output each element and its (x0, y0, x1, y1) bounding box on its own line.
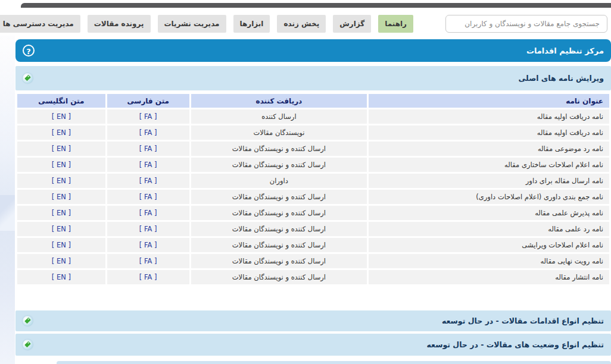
column-header-col-fa: متن فارسی (107, 94, 189, 108)
en-text-link[interactable]: [ EN ] (52, 128, 71, 137)
fa-text-link[interactable]: [ FA ] (139, 209, 157, 217)
fa-text-link[interactable]: [ FA ] (139, 177, 157, 185)
letter-title: نامه دریافت اولیه مقاله (369, 125, 609, 140)
letter-title: نامه رد موضوعی مقاله (369, 142, 609, 156)
nav-button-report[interactable]: گزارش (333, 15, 371, 33)
section-title: تنظیم انواع اقدامات مقالات - در حال توسع… (442, 316, 604, 325)
letter-title: نامه ارسال مقاله برای داور (369, 174, 609, 188)
letter-title: نامه پذیرش علمی مقاله (369, 206, 609, 220)
letter-title: نامه اعلام اصلاحات ویرایشی (369, 238, 609, 252)
table-row: نامه پذیرش علمی مقالهارسال کننده و نویسن… (17, 206, 609, 220)
fa-text-link[interactable]: [ FA ] (139, 112, 157, 121)
next-section-edge (57, 361, 611, 364)
letters-table-wrap: عنوان نامهدریافت کنندهمتن فارسیمتن انگلی… (15, 92, 611, 286)
table-row: نامه انتشار مقالهارسال کننده و نویسندگان… (17, 270, 609, 284)
fa-text-link[interactable]: [ FA ] (139, 145, 157, 153)
page-title-bar: مرکز تنظیم اقدامات ? (15, 39, 611, 62)
letter-recipient: ارسال کننده و نویسندگان مقالات (191, 206, 367, 220)
column-header-col-recipient: دریافت کننده (191, 94, 367, 108)
table-row: نامه دریافت اولیه مقالهارسال کننده[ FA ]… (17, 109, 609, 124)
table-row: نامه دریافت اولیه مقالهنویسندگان مقالات[… (17, 125, 609, 140)
en-text-link[interactable]: [ EN ] (52, 177, 71, 185)
section-edit-main-letters[interactable]: ویرایش نامه های اصلی (15, 66, 611, 90)
tag-glyph (24, 318, 31, 324)
fa-text-link[interactable]: [ FA ] (139, 161, 157, 169)
table-header-row: عنوان نامهدریافت کنندهمتن فارسیمتن انگلی… (17, 94, 609, 108)
main-nav: راهنماگزارشپخش زندهابزارهامدیریت نشریاتپ… (10, 13, 607, 34)
letter-recipient: ارسال کننده (191, 109, 367, 124)
nav-button-help[interactable]: راهنما (378, 15, 413, 33)
green-tag-icon[interactable] (23, 340, 33, 350)
nav-button-access-mgmt[interactable]: مدیریت دسترسی ها (0, 15, 80, 33)
en-text-link[interactable]: [ EN ] (52, 161, 71, 169)
en-text-link[interactable]: [ EN ] (52, 241, 71, 249)
table-row: نامه ارسال مقاله برای داورداوران[ FA ][ … (17, 174, 609, 188)
en-text-link[interactable]: [ EN ] (52, 112, 71, 121)
letter-title: نامه رد علمی مقاله (369, 222, 609, 236)
green-tag-icon[interactable] (23, 316, 33, 326)
fa-text-link[interactable]: [ FA ] (139, 225, 157, 233)
column-header-col-title: عنوان نامه (369, 94, 609, 108)
section-article-action-types[interactable]: تنظیم انواع اقدامات مقالات - در حال توسع… (15, 310, 611, 331)
table-row: نامه رد علمی مقالهارسال کننده و نویسندگا… (17, 222, 609, 236)
letter-recipient: ارسال کننده و نویسندگان مقالات (191, 238, 367, 252)
tag-glyph (24, 75, 31, 81)
nav-button-tools[interactable]: ابزارها (233, 15, 270, 33)
fa-text-link[interactable]: [ FA ] (139, 241, 157, 249)
green-tag-icon[interactable] (23, 73, 33, 83)
en-text-link[interactable]: [ EN ] (52, 209, 71, 217)
en-text-link[interactable]: [ EN ] (52, 225, 71, 233)
letter-title: نامه جمع بندی داوری (اعلام اصلاحات داوری… (369, 190, 609, 204)
page-title: مرکز تنظیم اقدامات (526, 46, 604, 55)
section-article-status-types[interactable]: تنظیم انواع وضعیت های مقالات - در حال تو… (15, 334, 611, 356)
table-row: نامه اعلام اصلاحات ساختاری مقالهارسال کن… (17, 158, 609, 172)
en-text-link[interactable]: [ EN ] (52, 273, 71, 281)
letter-recipient: ارسال کننده و نویسندگان مقالات (191, 158, 367, 172)
fa-text-link[interactable]: [ FA ] (139, 128, 157, 137)
letter-recipient: ارسال کننده و نویسندگان مقالات (191, 142, 367, 156)
section-title: تنظیم انواع وضعیت های مقالات - در حال تو… (427, 340, 604, 349)
question-circle-icon[interactable]: ? (23, 45, 35, 57)
letter-recipient: ارسال کننده و نویسندگان مقالات (191, 222, 367, 236)
letter-recipient: ارسال کننده و نویسندگان مقالات (191, 254, 367, 268)
letter-recipient: ارسال کننده و نویسندگان مقالات (191, 270, 367, 284)
column-header-col-en: متن انگلیسی (17, 94, 105, 108)
letter-title: نامه انتشار مقاله (369, 270, 609, 284)
global-search-input[interactable] (445, 15, 607, 33)
en-text-link[interactable]: [ EN ] (52, 257, 71, 265)
en-text-link[interactable]: [ EN ] (52, 145, 71, 153)
table-row: نامه اعلام اصلاحات ویرایشیارسال کننده و … (17, 238, 609, 252)
table-row: نامه رویت نهایی مقالهارسال کننده و نویسن… (17, 254, 609, 268)
letter-recipient: ارسال کننده و نویسندگان مقالات (191, 190, 367, 204)
letters-table: عنوان نامهدریافت کنندهمتن فارسیمتن انگلی… (15, 92, 611, 286)
section-title: ویرایش نامه های اصلی (518, 74, 604, 83)
table-row: نامه رد موضوعی مقالهارسال کننده و نویسند… (17, 142, 609, 156)
table-row: نامه جمع بندی داوری (اعلام اصلاحات داوری… (17, 190, 609, 204)
nav-button-live-broadcast[interactable]: پخش زنده (277, 15, 326, 33)
fa-text-link[interactable]: [ FA ] (139, 193, 157, 201)
letter-recipient: نویسندگان مقالات (191, 125, 367, 140)
nav-button-journal-mgmt[interactable]: مدیریت نشریات (158, 15, 226, 33)
left-diagonal-accent (0, 195, 15, 231)
letter-recipient: داوران (191, 174, 367, 188)
top-window-strip (21, 3, 611, 8)
nav-button-article-files[interactable]: پرونده مقالات (88, 15, 151, 33)
en-text-link[interactable]: [ EN ] (52, 193, 71, 201)
letter-title: نامه اعلام اصلاحات ساختاری مقاله (369, 158, 609, 172)
letter-title: نامه دریافت اولیه مقاله (369, 109, 609, 124)
fa-text-link[interactable]: [ FA ] (139, 257, 157, 265)
tag-glyph (24, 341, 31, 348)
letter-title: نامه رویت نهایی مقاله (369, 254, 609, 268)
fa-text-link[interactable]: [ FA ] (139, 273, 157, 281)
page: راهنماگزارشپخش زندهابزارهامدیریت نشریاتپ… (0, 0, 611, 364)
